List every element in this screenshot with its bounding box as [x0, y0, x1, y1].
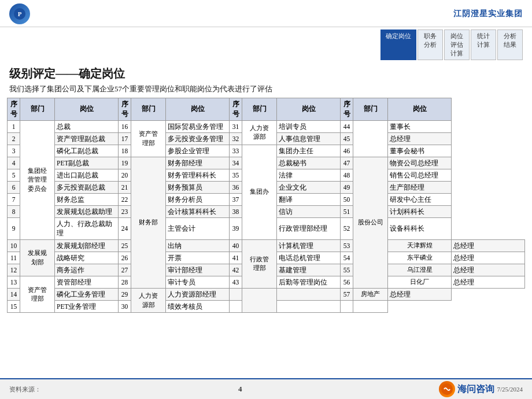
pos-2: 审计专员: [166, 276, 230, 288]
seq-1: 2: [8, 132, 20, 145]
seq-4: 45: [341, 132, 353, 145]
pos-3: 法律: [277, 169, 341, 181]
dept-4-individual: 乌江澄星: [388, 264, 452, 276]
header-seq4: 序号: [341, 98, 353, 121]
pos-3: 企业文化: [277, 182, 341, 194]
seq-2: 16: [119, 120, 131, 132]
sub-title: 我们选择了集团公司及下属企业57个重要管理岗位和职能岗位为代表进行了评估: [9, 84, 523, 94]
pos-1: 总裁: [55, 120, 119, 132]
tab-analysis-result[interactable]: 分析结果: [497, 29, 523, 60]
pos-4: 设备科科长: [388, 218, 452, 239]
footer-logo-text: 海问咨询: [457, 383, 494, 396]
source-label: 资料来源：: [9, 385, 41, 394]
seq-2: 30: [119, 301, 131, 313]
header-dept2: 部门: [131, 98, 166, 121]
seq-3: 33: [230, 145, 242, 157]
pos-2: 财务分析员: [166, 194, 230, 206]
header-dept4: 部门: [353, 98, 388, 121]
footer: 资料来源： 4 海问咨询 7/25/2024: [0, 378, 532, 399]
header-pos4: 岗位: [388, 98, 452, 121]
dept-4-individual: 天津辉煌: [388, 239, 452, 252]
header-seq2: 序号: [119, 98, 131, 121]
header-seq3: 序号: [230, 98, 242, 121]
pos-2: 出纳: [166, 239, 230, 252]
tab-stats-calc[interactable]: 统计计算: [471, 29, 496, 60]
seq-1: 3: [8, 145, 20, 157]
pos-4: 董事长: [388, 120, 452, 132]
tab-job-analysis[interactable]: 职务分析: [418, 29, 443, 60]
pos-4: 销售公司总经理: [388, 169, 452, 181]
pos-1: 磷化工业务管理: [55, 288, 119, 300]
pos-4: 生产部经理: [388, 182, 452, 194]
dept-1: 发展规 划部: [20, 239, 55, 276]
header-dept3: 部门: [242, 98, 277, 121]
footer-logo-area: 海问咨询 7/25/2024: [439, 381, 523, 397]
pos-1: 财务总监: [55, 194, 119, 206]
header-seq1: 序号: [8, 98, 20, 121]
dept-4: [353, 120, 388, 157]
pos-3: 基建管理: [277, 264, 341, 276]
seq-4: 51: [341, 206, 353, 218]
pos-3: 总裁秘书: [277, 157, 341, 169]
seq-3: 37: [230, 194, 242, 206]
dept-3: 人力资 源部: [242, 120, 277, 145]
seq-3: [230, 288, 242, 300]
seq-2: 19: [119, 157, 131, 169]
dept-4: 房地产: [353, 288, 388, 300]
tab-position-eval[interactable]: 岗位评估计算: [444, 29, 470, 60]
seq-1: 14: [8, 288, 20, 300]
seq-1: 7: [8, 194, 20, 206]
pos-2: 人力资源部经理: [166, 288, 230, 300]
pos-4: 物资公司总经理: [388, 157, 452, 169]
seq-4: 56: [341, 276, 353, 288]
tab-confirm-position[interactable]: 确定岗位: [380, 29, 416, 60]
dept-4: 股份公司: [353, 157, 388, 288]
seq-2: 27: [119, 264, 131, 276]
seq-1: 10: [8, 239, 20, 252]
pos-3: 集团办主任: [277, 145, 341, 157]
pos-4: 总经理: [388, 132, 452, 145]
pos-3: 人事信息管理: [277, 132, 341, 145]
seq-3: 36: [230, 182, 242, 194]
seq-2: 22: [119, 194, 131, 206]
seq-3: 43: [230, 276, 242, 288]
seq-1: 12: [8, 264, 20, 276]
dept-1: 集团经 营管理 委员会: [20, 120, 55, 239]
seq-1: 8: [8, 206, 20, 218]
pos-2: 国际贸易业务管理: [166, 120, 230, 132]
pos-2: 主管会计: [166, 218, 230, 239]
header: P 江阴澄星实业集团: [0, 0, 532, 27]
pos-2: 开票: [166, 252, 230, 264]
pos-3: 翻译: [277, 194, 341, 206]
pos-1: 战略研究: [55, 252, 119, 264]
seq-1: 9: [8, 218, 20, 239]
pos-4: 总经理: [452, 239, 525, 252]
seq-3: 31: [230, 120, 242, 132]
dept-2: 资产管 理部: [131, 120, 166, 157]
seq-4: 54: [341, 252, 353, 264]
seq-2: 25: [119, 239, 131, 252]
seq-1: 1: [8, 120, 20, 132]
seq-3: 32: [230, 132, 242, 145]
seq-3: 40: [230, 239, 242, 252]
seq-2: 18: [119, 145, 131, 157]
main-title: 级别评定——确定岗位: [9, 66, 523, 82]
seq-4: [341, 301, 353, 313]
pos-2: 财务部经理: [166, 157, 230, 169]
dept-3: 集团办: [242, 145, 277, 239]
pos-4: 总经理: [388, 288, 452, 300]
main-table-container: 序号 部门 岗位 序号 部门 岗位 序号 部门 岗位 序号 部门 岗位 1集团经…: [0, 98, 532, 313]
table-row: 1集团经 营管理 委员会总裁16资产管 理部国际贸易业务管理31人力资 源部培训…: [8, 120, 525, 132]
pos-3: [277, 301, 341, 313]
seq-1: 5: [8, 169, 20, 181]
pos-3: 电话总机管理: [277, 252, 341, 264]
header-pos2: 岗位: [166, 98, 230, 121]
seq-3: [230, 301, 242, 313]
seq-4: 48: [341, 169, 353, 181]
seq-3: 42: [230, 264, 242, 276]
pos-2: 财务预算员: [166, 182, 230, 194]
seq-1: 11: [8, 252, 20, 264]
seq-3: 39: [230, 218, 242, 239]
table-row: 10发展规 划部发展规划部经理25出纳40行政管 理部计算机管理53天津辉煌总经…: [8, 239, 525, 252]
dept-4-individual: 日化厂: [388, 276, 452, 288]
